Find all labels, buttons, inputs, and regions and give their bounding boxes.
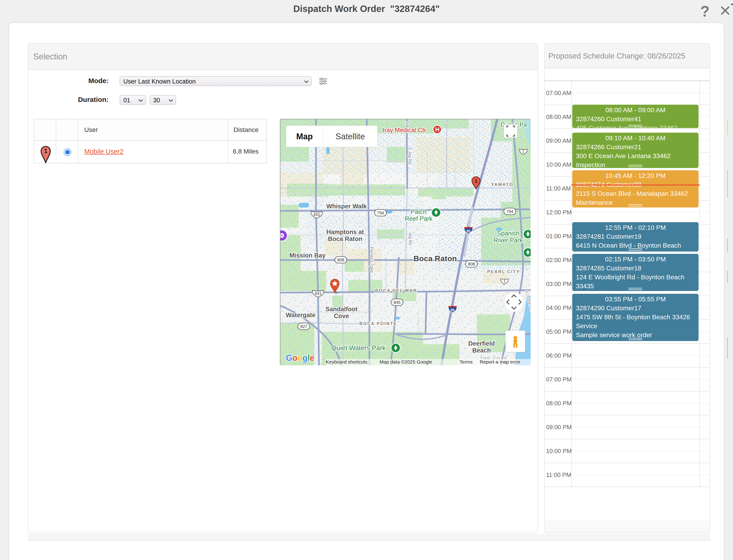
- svg-text:Quiet Waters Park: Quiet Waters Park: [331, 344, 386, 352]
- svg-text:Jog Rd: Jog Rd: [408, 232, 413, 245]
- svg-text:1: 1: [475, 178, 478, 184]
- svg-text:Deerfield: Deerfield: [468, 340, 495, 347]
- svg-text:Florida's Tpke: Florida's Tpke: [370, 247, 374, 273]
- svg-text:Whisper Walk: Whisper Walk: [326, 203, 367, 210]
- svg-text:River Park: River Park: [494, 237, 523, 244]
- svg-text:Terms: Terms: [460, 359, 473, 364]
- svg-text:Google: Google: [286, 353, 314, 363]
- svg-text:YAMATO: YAMATO: [491, 182, 514, 187]
- svg-text:441: 441: [313, 212, 320, 217]
- svg-text:PEARL CITY: PEARL CITY: [487, 269, 520, 274]
- svg-text:S Jog Rd: S Jog Rd: [408, 147, 412, 164]
- svg-text:BOCA POINTE: BOCA POINTE: [359, 321, 397, 326]
- svg-text:Reef Park: Reef Park: [405, 215, 433, 222]
- svg-text:Satellite: Satellite: [335, 132, 365, 141]
- svg-text:827: 827: [300, 324, 307, 329]
- svg-text:Patch: Patch: [411, 208, 427, 215]
- svg-text:B: B: [530, 203, 531, 210]
- svg-text:Sandalfoot: Sandalfoot: [325, 306, 357, 313]
- svg-text:845: 845: [394, 300, 401, 305]
- svg-text:808: 808: [337, 258, 344, 262]
- svg-text:Map data ©2025 Google: Map data ©2025 Google: [380, 359, 432, 364]
- svg-text:1: 1: [44, 148, 47, 154]
- svg-text:1: 1: [522, 149, 524, 154]
- svg-text:Mission Bay: Mission Bay: [289, 252, 325, 259]
- svg-text:Hig: Hig: [530, 196, 531, 203]
- svg-text:Iray Medical Ctr: Iray Medical Ctr: [383, 127, 426, 134]
- svg-text:Hamptons at: Hamptons at: [326, 229, 364, 235]
- svg-text:Report a map error: Report a map error: [480, 359, 520, 364]
- svg-text:Cove: Cove: [334, 313, 349, 319]
- svg-text:BOCA DEL MAR: BOCA DEL MAR: [375, 288, 417, 293]
- svg-text:Map: Map: [296, 132, 313, 141]
- svg-text:794: 794: [377, 210, 384, 215]
- svg-text:Spanish: Spanish: [497, 230, 520, 237]
- svg-text:Beach: Beach: [472, 347, 491, 354]
- svg-text:Tp: Tp: [405, 120, 410, 125]
- svg-text:Boca Raton: Boca Raton: [414, 254, 457, 263]
- svg-text:95: 95: [467, 229, 471, 233]
- svg-text:Watergate: Watergate: [286, 312, 315, 319]
- svg-text:Keyboard shortcuts: Keyboard shortcuts: [326, 359, 368, 364]
- svg-text:Boca Raton: Boca Raton: [328, 235, 362, 242]
